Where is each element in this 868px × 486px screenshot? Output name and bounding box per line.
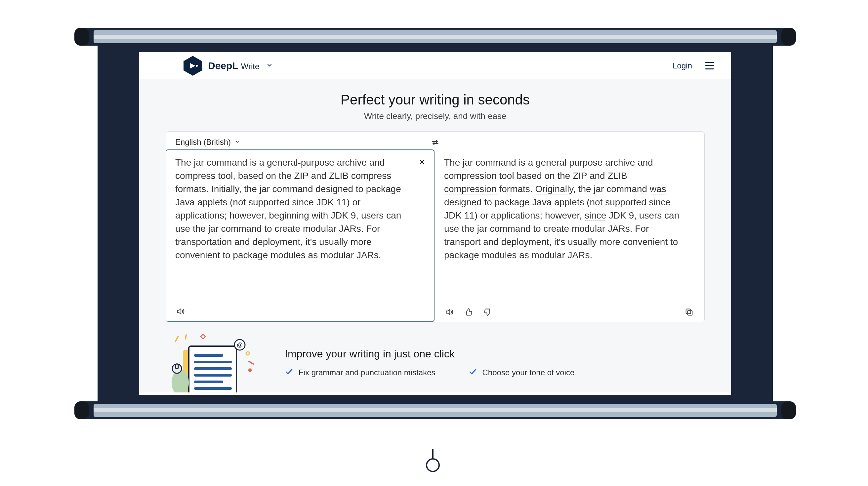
input-pane[interactable]: × The jar command is a general-purpose a… [166,150,434,322]
chevron-down-icon [234,137,241,147]
promo-item: Choose your tone of voice [469,367,575,378]
brand-name: DeepL [208,60,239,71]
svg-line-8 [186,335,186,339]
input-text[interactable]: The jar command is a general-purpose arc… [175,156,425,301]
svg-rect-9 [201,334,205,339]
suggested-word[interactable]: compression [444,184,497,194]
thumb-up-icon[interactable] [463,307,474,317]
svg-rect-5 [687,311,692,315]
output-segment: formats. [497,184,535,194]
frame-bottom [74,401,796,419]
editor-card: English (British) [166,131,705,322]
svg-text:@: @ [237,342,243,348]
promo-item-label: Fix grammar and punctuation mistakes [299,368,435,377]
menu-button[interactable] [705,62,715,69]
svg-line-7 [176,336,178,341]
suggested-word[interactable]: since [585,210,606,221]
hero-title: Perfect your writing in seconds [139,92,731,108]
promo-item: Fix grammar and punctuation mistakes [285,367,435,378]
speaker-icon[interactable] [175,306,186,317]
output-segment: , the jar command [573,184,650,194]
language-label: English (British) [175,137,231,147]
brand-selector[interactable]: DeepL Write [182,55,273,76]
suggested-word[interactable]: Originally [535,184,573,194]
hero-subtitle: Write clearly, precisely, and with ease [139,111,731,121]
projector-pull [426,449,440,472]
suggested-word[interactable]: compression [444,171,497,181]
output-text: The jar command is a general purpose arc… [444,156,694,302]
svg-marker-4 [446,310,450,315]
login-link[interactable]: Login [673,61,692,70]
check-icon [285,367,293,378]
copy-icon[interactable] [684,307,694,317]
text-cursor [381,252,381,260]
promo-item-label: Choose your tone of voice [483,368,575,377]
output-segment: The jar command is a general purpose arc… [444,157,653,168]
thumb-down-icon[interactable] [483,307,493,317]
svg-point-10 [246,352,249,355]
speaker-icon[interactable] [444,307,455,317]
swap-button[interactable] [431,138,439,148]
promo-title: Improve your writing in just one click [285,348,705,360]
chevron-down-icon [266,62,273,70]
suggested-word[interactable]: transport [444,237,481,247]
product-name: Write [241,62,259,71]
projector-frame: DeepL Write Login [74,28,796,419]
app-header: DeepL Write Login [139,52,731,79]
hero: Perfect your writing in seconds Write cl… [139,79,731,131]
svg-rect-12 [248,368,252,372]
output-pane: The jar command is a general purpose arc… [434,150,704,322]
svg-marker-3 [178,309,181,314]
clear-input-button[interactable]: × [418,156,425,167]
svg-point-2 [196,65,198,67]
language-selector[interactable]: English (British) [175,137,241,147]
svg-rect-23 [176,364,178,369]
svg-rect-6 [686,309,691,314]
promo-illustration: @ [166,333,265,392]
svg-line-11 [249,361,253,364]
deepl-logo-icon [182,55,204,76]
suggested-word[interactable]: was [650,184,666,194]
promo-section: @ Improve your writing in just one click… [166,333,705,392]
app-window: DeepL Write Login [139,52,731,395]
output-segment: tool based on the ZIP and ZLIB [497,171,627,181]
check-icon [469,367,477,378]
frame-top [74,28,796,45]
